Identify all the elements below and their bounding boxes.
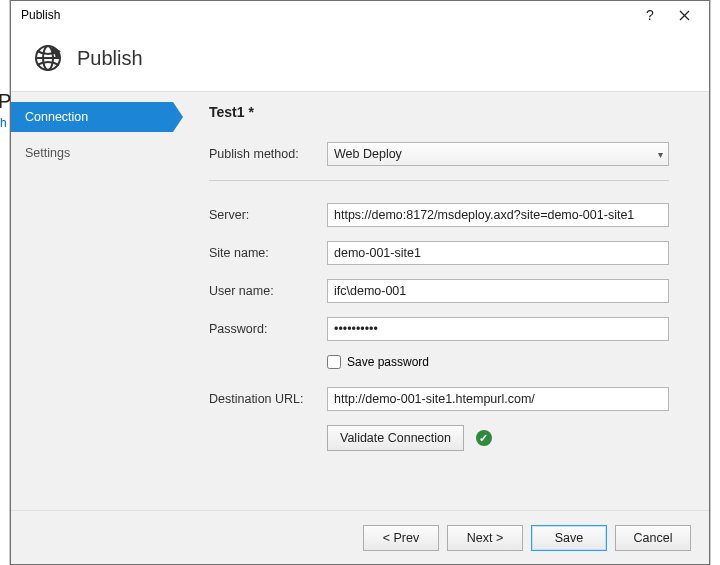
save-password-checkbox[interactable] [327, 355, 341, 369]
next-button[interactable]: Next > [447, 525, 523, 551]
titlebar: Publish ? [11, 1, 709, 29]
password-label: Password: [209, 322, 327, 336]
validation-ok-icon: ✓ [476, 430, 492, 446]
destination-url-label: Destination URL: [209, 392, 327, 406]
close-icon [679, 10, 690, 21]
close-button[interactable] [667, 1, 701, 29]
user-name-label: User name: [209, 284, 327, 298]
background-fragment: h [0, 116, 7, 130]
globe-publish-icon [33, 43, 63, 73]
save-password-label: Save password [347, 355, 429, 369]
cancel-button[interactable]: Cancel [615, 525, 691, 551]
wizard-nav: Connection Settings [11, 102, 173, 510]
connection-form: Test1 * Publish method: Web Deploy ▾ Ser… [173, 102, 709, 510]
dialog-title: Publish [77, 47, 143, 70]
save-button[interactable]: Save [531, 525, 607, 551]
publish-dialog: Publish ? Publish Connecti [10, 0, 710, 565]
nav-item-label: Settings [25, 146, 70, 160]
prev-button[interactable]: < Prev [363, 525, 439, 551]
window-title: Publish [21, 8, 60, 22]
destination-url-input[interactable] [327, 387, 669, 411]
dialog-header: Publish [11, 29, 709, 92]
password-input[interactable] [327, 317, 669, 341]
site-name-label: Site name: [209, 246, 327, 260]
publish-method-select[interactable]: Web Deploy [327, 142, 669, 166]
nav-item-label: Connection [25, 110, 88, 124]
wizard-footer: < Prev Next > Save Cancel [11, 510, 709, 564]
profile-name: Test1 * [209, 104, 669, 120]
divider [209, 180, 669, 181]
user-name-input[interactable] [327, 279, 669, 303]
server-label: Server: [209, 208, 327, 222]
nav-item-connection[interactable]: Connection [11, 102, 173, 132]
nav-item-settings[interactable]: Settings [11, 138, 173, 168]
validate-connection-button[interactable]: Validate Connection [327, 425, 464, 451]
help-button[interactable]: ? [633, 1, 667, 29]
site-name-input[interactable] [327, 241, 669, 265]
publish-method-label: Publish method: [209, 147, 327, 161]
server-input[interactable] [327, 203, 669, 227]
